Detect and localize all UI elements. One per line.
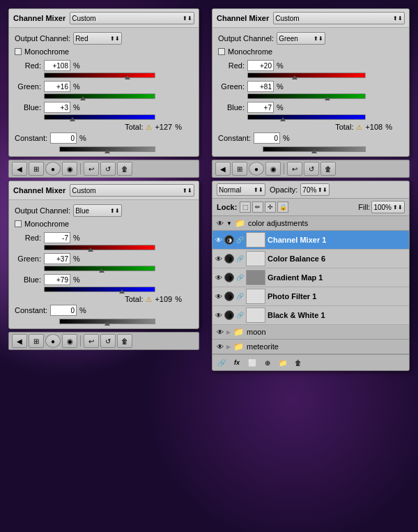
lock-all-btn[interactable]: 🔒 bbox=[277, 202, 288, 213]
green-label-bl: Green: bbox=[15, 254, 41, 263]
red-slider-track[interactable] bbox=[44, 73, 155, 78]
layer-row-0[interactable]: 👁 ◑ 🔗 Channel Mixer 1 bbox=[212, 231, 409, 250]
lock-image-btn[interactable]: ✏ bbox=[252, 202, 263, 213]
layers-trash-btn[interactable]: 🗑 bbox=[292, 357, 304, 368]
moon-group: 👁 ▶ 📁 moon bbox=[212, 325, 409, 340]
toolbar-btn-trash-tl[interactable]: 🗑 bbox=[117, 162, 132, 176]
green-slider-bl[interactable] bbox=[44, 266, 155, 271]
blue-slider-tr[interactable] bbox=[247, 114, 366, 120]
red-slider-tr[interactable] bbox=[247, 73, 366, 78]
toolbar-btn-circle-tl[interactable]: ● bbox=[45, 162, 61, 176]
warn-icon-tl: ⚠ bbox=[146, 123, 152, 131]
monochrome-checkbox-green[interactable] bbox=[218, 48, 225, 55]
toolbar-btn-eye-tl[interactable]: ◉ bbox=[62, 162, 77, 176]
lock-row: Lock: ⬚ ✏ ✢ 🔒 Fill: 100% ⬆⬇ bbox=[212, 199, 409, 216]
toolbar-btn-undo-bl[interactable]: ↩ bbox=[84, 334, 99, 348]
toolbar-btn-back-tl[interactable]: ◀ bbox=[12, 162, 27, 176]
toolbar-btn-grid-tr[interactable]: ⊞ bbox=[232, 162, 247, 176]
toolbar-btn-eye-tr[interactable]: ◉ bbox=[265, 162, 281, 176]
layer-thumb-2 bbox=[246, 270, 265, 285]
toolbar-btn-circle-bl[interactable]: ● bbox=[45, 334, 61, 348]
output-channel-select-blue[interactable]: Blue ⬆⬇ bbox=[73, 204, 122, 217]
red-thumb-tr bbox=[292, 75, 297, 79]
layers-folder-btn[interactable]: 📁 bbox=[277, 357, 289, 368]
preset-select-green[interactable]: Custom ⬆⬇ bbox=[273, 12, 405, 24]
eye-icon-4[interactable]: 👁 bbox=[215, 312, 222, 319]
layers-link-btn[interactable]: 🔗 bbox=[215, 357, 228, 368]
toolbar-btn-redo-tr[interactable]: ↺ bbox=[304, 162, 319, 176]
opacity-value[interactable]: 70% ⬆⬇ bbox=[300, 183, 330, 196]
layers-mode-select[interactable]: Normal ⬆⬇ bbox=[217, 183, 265, 196]
green-slider-track[interactable] bbox=[44, 93, 155, 99]
layer-row-2[interactable]: 👁 ◑ 🔗 Gradient Map 1 bbox=[212, 268, 409, 287]
constant-row-bl: Constant: 0 % bbox=[15, 305, 193, 316]
red-slider-group-tr: Red: +20 % bbox=[218, 60, 403, 78]
layer-row-3[interactable]: 👁 ◑ 🔗 Photo Filter 1 bbox=[212, 287, 409, 306]
red-value-bl[interactable]: -7 bbox=[44, 232, 70, 243]
red-slider-bl[interactable] bbox=[44, 245, 155, 250]
toolbar-btn-grid-tl[interactable]: ⊞ bbox=[29, 162, 44, 176]
constant-value-box-bl[interactable]: 0 bbox=[50, 305, 77, 316]
layers-adjust-btn[interactable]: ⊕ bbox=[261, 357, 274, 368]
red-value-tr[interactable]: +20 bbox=[247, 60, 274, 71]
eye-icon-0[interactable]: 👁 bbox=[215, 236, 222, 244]
toolbar-btn-eye-bl[interactable]: ◉ bbox=[62, 334, 77, 348]
monochrome-checkbox-blue[interactable] bbox=[15, 220, 22, 227]
layer-row-4[interactable]: 👁 ◑ 🔗 Black & White 1 bbox=[212, 306, 409, 325]
blue-slider-group: Blue: +3 % bbox=[15, 102, 193, 120]
eye-icon-moon[interactable]: 👁 bbox=[217, 328, 224, 336]
red-slider-row: Red: +108 % bbox=[15, 60, 193, 71]
constant-pct-bl: % bbox=[79, 306, 85, 314]
toolbar-btn-redo-bl[interactable]: ↺ bbox=[100, 334, 116, 348]
green-value-box[interactable]: +16 bbox=[44, 81, 70, 92]
green-thumb-tr bbox=[325, 96, 330, 100]
eye-icon-1[interactable]: 👁 bbox=[215, 255, 222, 263]
blue-thumb-bl bbox=[119, 289, 125, 294]
layers-mask-btn[interactable]: ⬜ bbox=[246, 357, 258, 368]
output-channel-select-red[interactable]: Red ⬆⬇ bbox=[73, 32, 122, 45]
monochrome-row-blue: Monochrome bbox=[15, 220, 193, 228]
blue-slider-bl[interactable] bbox=[44, 287, 155, 292]
lock-transparent-btn[interactable]: ⬚ bbox=[240, 202, 251, 213]
toolbar-btn-circle-tr[interactable]: ● bbox=[249, 162, 264, 176]
blue-slider-label: Blue: bbox=[15, 103, 41, 112]
preset-dropdown-arrow-red: ⬆⬇ bbox=[183, 15, 192, 22]
lock-position-btn[interactable]: ✢ bbox=[265, 202, 276, 213]
toolbar-btn-back-tr[interactable]: ◀ bbox=[215, 162, 231, 176]
toolbar-btn-trash-bl[interactable]: 🗑 bbox=[117, 334, 132, 348]
toolbar-btn-trash-tr[interactable]: 🗑 bbox=[320, 162, 336, 176]
meteorite-label: meteorite bbox=[247, 342, 279, 351]
eye-icon-group[interactable]: 👁 bbox=[217, 220, 224, 227]
toolbar-btn-grid-bl[interactable]: ⊞ bbox=[29, 334, 44, 348]
adjustment-icon-0: ◑ bbox=[224, 235, 234, 245]
total-value-tr: +108 bbox=[365, 123, 382, 131]
blue-value-bl[interactable]: +79 bbox=[44, 274, 70, 285]
layer-row-1[interactable]: 👁 ◑ 🔗 Color Balance 6 bbox=[212, 250, 409, 268]
blue-value-box[interactable]: +3 bbox=[44, 102, 70, 113]
green-slider-tr[interactable] bbox=[247, 93, 366, 99]
fill-value[interactable]: 100% ⬆⬇ bbox=[371, 201, 405, 213]
layer-name-1: Color Balance 6 bbox=[268, 254, 406, 263]
red-value-box[interactable]: +108 bbox=[44, 60, 70, 71]
output-channel-select-green[interactable]: Green ⬆⬇ bbox=[277, 32, 325, 45]
layers-fx-btn[interactable]: fx bbox=[231, 357, 243, 368]
blue-pct-bl: % bbox=[73, 275, 79, 284]
blue-slider-track[interactable] bbox=[44, 114, 155, 120]
constant-value-tl[interactable]: 0 bbox=[50, 132, 77, 144]
toolbar-btn-undo-tr[interactable]: ↩ bbox=[287, 162, 302, 176]
eye-icon-meteorite[interactable]: 👁 bbox=[217, 343, 224, 351]
toolbar-btn-redo-tl[interactable]: ↺ bbox=[100, 162, 116, 176]
blue-value-tr[interactable]: +7 bbox=[247, 102, 274, 113]
toolbar-btn-back-bl[interactable]: ◀ bbox=[12, 334, 27, 348]
eye-icon-2[interactable]: 👁 bbox=[215, 274, 222, 282]
toolbar-btn-undo-tl[interactable]: ↩ bbox=[84, 162, 99, 176]
green-pct: % bbox=[73, 82, 79, 91]
layers-header: Normal ⬆⬇ Opacity: 70% ⬆⬇ bbox=[212, 181, 409, 199]
preset-select-blue[interactable]: Custom ⬆⬇ bbox=[70, 184, 194, 197]
preset-select-red[interactable]: Custom ⬆⬇ bbox=[70, 12, 194, 24]
green-value-tr[interactable]: +81 bbox=[247, 81, 274, 92]
eye-icon-3[interactable]: 👁 bbox=[215, 293, 222, 301]
monochrome-checkbox-red[interactable] bbox=[15, 48, 22, 55]
green-value-bl[interactable]: +37 bbox=[44, 253, 70, 264]
constant-value-box-tr[interactable]: 0 bbox=[254, 132, 280, 144]
